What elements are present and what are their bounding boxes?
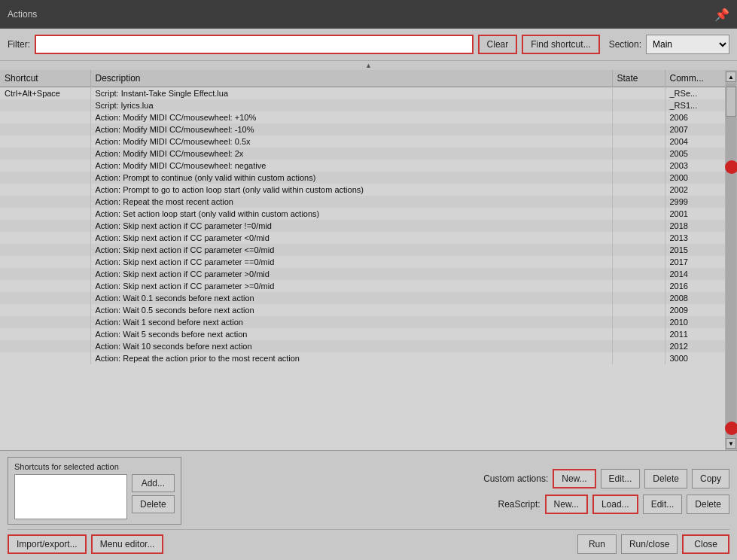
table-row[interactable]: Action: Repeat the action prior to the m… xyxy=(0,352,725,364)
cell-shortcut xyxy=(0,160,90,172)
menu-editor-button[interactable]: Menu editor... xyxy=(91,534,164,554)
shortcuts-add-button[interactable]: Add... xyxy=(132,474,175,492)
table-row[interactable]: Action: Skip next action if CC parameter… xyxy=(0,268,725,280)
cell-state xyxy=(612,280,665,292)
scrollbar-thumb[interactable] xyxy=(726,87,736,117)
table-row[interactable]: Action: Skip next action if CC parameter… xyxy=(0,256,725,268)
custom-actions-new-button[interactable]: New... xyxy=(553,469,595,488)
table-row[interactable]: Action: Skip next action if CC parameter… xyxy=(0,280,725,292)
table-row[interactable]: Action: Set action loop start (only vali… xyxy=(0,208,725,220)
cell-comm: _RS1... xyxy=(665,99,725,111)
table-row[interactable]: Action: Prompt to go to action loop star… xyxy=(0,184,725,196)
filter-input[interactable] xyxy=(35,35,474,54)
app-title: Actions xyxy=(8,9,37,20)
shortcuts-delete-button[interactable]: Delete xyxy=(132,495,175,513)
table-row[interactable]: Action: Wait 10 seconds before next acti… xyxy=(0,340,725,352)
cell-shortcut xyxy=(0,280,90,292)
custom-actions-copy-button[interactable]: Copy xyxy=(692,469,729,488)
custom-actions-edit-button[interactable]: Edit... xyxy=(601,469,641,488)
table-row[interactable]: Action: Modify MIDI CC/mousewheel: -10% … xyxy=(0,123,725,135)
scrollbar-down-button[interactable]: ▼ xyxy=(726,438,736,449)
table-row[interactable]: Action: Skip next action if CC parameter… xyxy=(0,220,725,232)
table-scroll[interactable]: Shortcut Description State Comm... Ctrl+… xyxy=(0,70,725,450)
cell-shortcut xyxy=(0,352,90,364)
table-row[interactable]: Ctrl+Alt+Space Script: Instant-Take Sing… xyxy=(0,87,725,100)
cell-description: Action: Set action loop start (only vali… xyxy=(90,208,612,220)
cell-description: Action: Prompt to continue (only valid w… xyxy=(90,172,612,184)
table-row[interactable]: Script: lyrics.lua _RS1... xyxy=(0,99,725,111)
table-row[interactable]: Action: Skip next action if CC parameter… xyxy=(0,232,725,244)
cell-shortcut xyxy=(0,220,90,232)
cell-comm: 2010 xyxy=(665,316,725,328)
col-header-comm[interactable]: Comm... xyxy=(665,70,725,87)
scroll-up-button[interactable]: ▲ xyxy=(365,62,372,69)
table-row[interactable]: Action: Prompt to continue (only valid w… xyxy=(0,172,725,184)
red-dot-indicator-bottom xyxy=(725,422,737,435)
cell-comm: 2008 xyxy=(665,292,725,304)
table-row[interactable]: Action: Modify MIDI CC/mousewheel: 2x 20… xyxy=(0,148,725,160)
cell-state xyxy=(612,99,665,111)
cell-shortcut xyxy=(0,184,90,196)
table-row[interactable]: Action: Modify MIDI CC/mousewheel: 0.5x … xyxy=(0,135,725,148)
cell-comm: 2007 xyxy=(665,123,725,135)
custom-actions-delete-button[interactable]: Delete xyxy=(644,469,687,488)
cell-shortcut xyxy=(0,328,90,340)
section-select[interactable]: Main MIDI Editor Media Explorer xyxy=(646,35,729,54)
reascript-load-button[interactable]: Load... xyxy=(592,495,638,514)
cell-state xyxy=(612,256,665,268)
col-header-description[interactable]: Description xyxy=(90,70,612,87)
cell-comm: 2009 xyxy=(665,304,725,316)
cell-description: Action: Skip next action if CC parameter… xyxy=(90,280,612,292)
cell-comm: 2012 xyxy=(665,340,725,352)
cell-description: Action: Wait 1 second before next action xyxy=(90,316,612,328)
table-header: Shortcut Description State Comm... xyxy=(0,70,725,87)
run-close-button[interactable]: Run/close xyxy=(621,534,678,554)
app-window: Actions 📌 Filter: Clear Find shortcut...… xyxy=(0,0,737,560)
cell-state xyxy=(612,160,665,172)
cell-comm: 2017 xyxy=(665,256,725,268)
pin-icon[interactable]: 📌 xyxy=(714,8,729,22)
close-button[interactable]: Close xyxy=(682,534,729,554)
cell-comm: 2018 xyxy=(665,220,725,232)
cell-comm: 2013 xyxy=(665,232,725,244)
col-header-state[interactable]: State xyxy=(612,70,665,87)
cell-comm: 2002 xyxy=(665,184,725,196)
cell-description: Action: Wait 10 seconds before next acti… xyxy=(90,340,612,352)
table-row[interactable]: Action: Wait 0.5 seconds before next act… xyxy=(0,304,725,316)
cell-shortcut xyxy=(0,340,90,352)
cell-description: Action: Modify MIDI CC/mousewheel: negat… xyxy=(90,160,612,172)
clear-button[interactable]: Clear xyxy=(478,35,518,54)
table-body: Ctrl+Alt+Space Script: Instant-Take Sing… xyxy=(0,87,725,365)
scrollbar-up-button[interactable]: ▲ xyxy=(726,72,736,82)
cell-state xyxy=(612,328,665,340)
find-shortcut-button[interactable]: Find shortcut... xyxy=(522,35,599,54)
col-header-shortcut[interactable]: Shortcut xyxy=(0,70,90,87)
cell-description: Action: Skip next action if CC parameter… xyxy=(90,256,612,268)
cell-shortcut xyxy=(0,99,90,111)
reascript-delete-button[interactable]: Delete xyxy=(687,495,729,514)
scroll-up-area: ▲ xyxy=(0,61,737,70)
reascript-new-button[interactable]: New... xyxy=(545,495,588,514)
table-row[interactable]: Action: Wait 5 seconds before next actio… xyxy=(0,328,725,340)
section-label: Section: xyxy=(609,39,641,50)
table-row[interactable]: Action: Repeat the most recent action 29… xyxy=(0,196,725,208)
title-bar: Actions 📌 xyxy=(0,0,737,29)
run-button[interactable]: Run xyxy=(577,534,617,554)
cell-state xyxy=(612,123,665,135)
reascript-edit-button[interactable]: Edit... xyxy=(643,495,683,514)
table-row[interactable]: Action: Skip next action if CC parameter… xyxy=(0,244,725,256)
table-row[interactable]: Action: Modify MIDI CC/mousewheel: +10% … xyxy=(0,111,725,123)
import-export-button[interactable]: Import/export... xyxy=(8,534,87,554)
custom-actions-row: Custom actions: New... Edit... Delete Co… xyxy=(189,469,729,488)
cell-comm: 3000 xyxy=(665,352,725,364)
cell-shortcut xyxy=(0,256,90,268)
cell-state xyxy=(612,135,665,148)
table-row[interactable]: Action: Modify MIDI CC/mousewheel: negat… xyxy=(0,160,725,172)
shortcuts-box-title: Shortcuts for selected action xyxy=(14,462,175,471)
table-row[interactable]: Action: Wait 1 second before next action… xyxy=(0,316,725,328)
cell-shortcut xyxy=(0,123,90,135)
right-panel: Custom actions: New... Edit... Delete Co… xyxy=(189,469,729,514)
cell-shortcut xyxy=(0,111,90,123)
cell-state xyxy=(612,316,665,328)
table-row[interactable]: Action: Wait 0.1 seconds before next act… xyxy=(0,292,725,304)
